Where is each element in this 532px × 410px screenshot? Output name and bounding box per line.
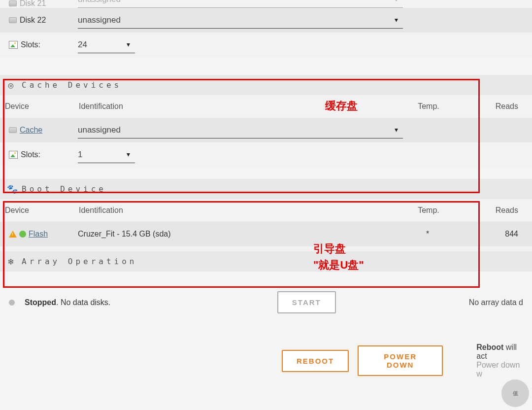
no-array-text: No array data d bbox=[469, 298, 523, 307]
flash-ident: Cruzer_Fit - 15.4 GB (sda) bbox=[78, 230, 403, 239]
powerdown-hint: Power down w bbox=[476, 361, 523, 378]
warning-icon bbox=[9, 231, 17, 238]
disk21-row: Disk 21 unassigned bbox=[0, 0, 532, 8]
cache-slots-label: Slots: bbox=[21, 150, 40, 159]
cache-slots-select[interactable]: 1 bbox=[78, 146, 135, 163]
disk21-select[interactable]: unassigned bbox=[78, 0, 403, 8]
paw-icon: 🐾 bbox=[7, 184, 18, 194]
start-button[interactable]: START bbox=[277, 291, 336, 313]
cache-row: Cache unassigned bbox=[0, 118, 532, 142]
arrayop-title: Array Operation bbox=[22, 257, 137, 266]
boot-title: Boot Device bbox=[22, 184, 106, 194]
annotation-boot: 引导盘"就是U盘" bbox=[313, 240, 364, 273]
snowflake-icon: ❄ bbox=[7, 256, 18, 267]
header-device: Device bbox=[5, 206, 79, 215]
arrayop-section-header: ❄ Array Operation bbox=[0, 251, 532, 272]
status-dot-green bbox=[19, 231, 26, 238]
watermark: 值 bbox=[501, 379, 529, 407]
disk22-label: Disk 22 bbox=[20, 16, 46, 25]
status-dot-grey bbox=[9, 300, 15, 306]
cache-slots-row: Slots: 1 bbox=[0, 142, 532, 167]
arrayop-status-row: Stopped. No data disks. START No array d… bbox=[0, 281, 532, 323]
disk-icon bbox=[9, 127, 17, 133]
boot-section-header: 🐾 Boot Device bbox=[0, 179, 532, 199]
disk22-row: Disk 22 unassigned bbox=[0, 8, 532, 33]
header-temp: Temp. bbox=[404, 102, 453, 111]
cache-select[interactable]: unassigned bbox=[78, 122, 403, 138]
disk-icon bbox=[9, 17, 17, 23]
cache-table-header: Device Identification Temp. Reads bbox=[0, 95, 532, 118]
flash-reads: 844 bbox=[452, 230, 527, 239]
array-slots-select[interactable]: 24 bbox=[78, 36, 135, 53]
header-temp: Temp. bbox=[404, 206, 453, 215]
image-icon bbox=[9, 151, 18, 159]
boot-table-header: Device Identification Temp. Reads bbox=[0, 199, 532, 222]
reboot-button[interactable]: REBOOT bbox=[282, 350, 349, 372]
cache-link[interactable]: Cache bbox=[20, 126, 42, 135]
reboot-hint: Reboot will act bbox=[476, 343, 523, 361]
flash-temp: * bbox=[403, 230, 452, 239]
disk21-label: Disk 21 bbox=[20, 0, 46, 8]
header-reads: Reads bbox=[453, 206, 527, 215]
flash-row: Flash Cruzer_Fit - 15.4 GB (sda) * 844 bbox=[0, 222, 532, 246]
cache-title: Cache Devices bbox=[22, 80, 122, 90]
annotation-cache: 缓存盘 bbox=[325, 98, 358, 114]
array-slots-label: Slots: bbox=[21, 40, 40, 49]
header-device: Device bbox=[5, 102, 79, 111]
image-icon bbox=[9, 41, 18, 49]
cache-section-header: ◎ Cache Devices bbox=[0, 75, 532, 95]
disk22-select[interactable]: unassigned bbox=[78, 12, 403, 29]
powerdown-button[interactable]: POWER DOWN bbox=[358, 345, 443, 376]
status-text: Stopped. No data disks. bbox=[25, 298, 110, 307]
arrayop-buttons-row: REBOOT POWER DOWN Reboot will act Power … bbox=[0, 338, 532, 388]
target-icon: ◎ bbox=[7, 80, 18, 90]
flash-link[interactable]: Flash bbox=[29, 230, 48, 239]
header-ident: Identification bbox=[79, 206, 404, 215]
header-reads: Reads bbox=[453, 102, 527, 111]
array-slots-row: Slots: 24 bbox=[0, 33, 532, 57]
disk-icon bbox=[9, 0, 17, 6]
